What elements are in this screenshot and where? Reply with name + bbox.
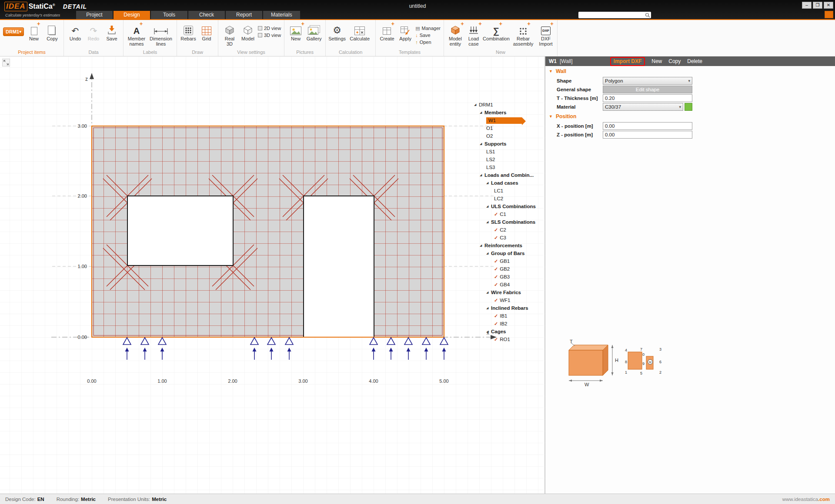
model-view-button[interactable]: Model bbox=[240, 22, 256, 41]
tree-item-ib2[interactable]: ✓IB2 bbox=[473, 320, 546, 328]
tree-item-ls2[interactable]: LS2 bbox=[473, 156, 546, 163]
new-combination-button[interactable]: ∑ Combination bbox=[484, 22, 509, 41]
help-button[interactable] bbox=[825, 11, 833, 18]
tree-item-gb4[interactable]: ✓GB4 bbox=[473, 281, 546, 288]
tree-item-ls3[interactable]: LS3 bbox=[473, 163, 546, 171]
tree-expander-icon[interactable]: ◢ bbox=[486, 205, 491, 208]
wall-section-header[interactable]: ▼ Wall bbox=[545, 66, 835, 76]
tree-item-ib1[interactable]: ✓IB1 bbox=[473, 312, 546, 320]
tree-expander-icon[interactable]: ◢ bbox=[480, 244, 484, 247]
project-item-selector[interactable]: DRM1▾ bbox=[3, 27, 24, 36]
tab-project[interactable]: Project bbox=[76, 11, 113, 19]
canvas-drawing[interactable]: z x bbox=[0, 56, 545, 494]
thickness-input[interactable]: 0.20 bbox=[603, 94, 692, 102]
tree-item-ls1[interactable]: LS1 bbox=[473, 148, 546, 156]
tree-item-load-cases[interactable]: ◢Load cases bbox=[473, 179, 546, 187]
apply-template-button[interactable]: Apply bbox=[397, 22, 414, 41]
dimension-lines-button[interactable]: Dimension lines bbox=[148, 22, 174, 47]
tree-expander-icon[interactable]: ◢ bbox=[486, 252, 491, 255]
tree-item-lc2[interactable]: LC2 bbox=[473, 195, 546, 202]
tree-item-loads-and-combin[interactable]: ◢Loads and Combin... bbox=[473, 171, 546, 179]
tab-materials[interactable]: Materials bbox=[263, 11, 300, 19]
tree-item-w1[interactable]: W1 bbox=[473, 116, 546, 124]
tab-report[interactable]: Report bbox=[226, 11, 262, 19]
tree-expander-icon[interactable]: ◢ bbox=[486, 291, 491, 294]
tree-item-gb3[interactable]: ✓GB3 bbox=[473, 273, 546, 281]
new-wall-button[interactable]: New bbox=[651, 58, 662, 64]
tree-item-gb2[interactable]: ✓GB2 bbox=[473, 265, 546, 273]
tree-item-c2[interactable]: ✓C2 bbox=[473, 226, 546, 234]
grid-toggle[interactable]: Grid bbox=[198, 22, 215, 41]
model-tree[interactable]: ◢DRM1◢MembersW1O1O2◢SupportsLS1LS2LS3◢Lo… bbox=[473, 101, 546, 343]
tree-item-gb1[interactable]: ✓GB1 bbox=[473, 257, 546, 265]
save-button[interactable]: Save bbox=[104, 22, 120, 41]
tree-expander-icon[interactable]: ◢ bbox=[480, 142, 484, 146]
x-position-input[interactable]: 0.00 bbox=[603, 122, 692, 130]
member-names-button[interactable]: A Member names bbox=[127, 22, 147, 47]
minimize-button[interactable]: – bbox=[802, 2, 812, 9]
tree-item-c1[interactable]: ✓C1 bbox=[473, 210, 546, 218]
tree-expander-icon[interactable]: ◢ bbox=[474, 103, 479, 106]
calculate-button[interactable]: Calculate bbox=[347, 22, 372, 41]
maximize-button[interactable]: ❐ bbox=[813, 2, 822, 9]
tree-item-inclined-rebars[interactable]: ◢Inclined Rebars bbox=[473, 304, 546, 312]
template-save-button[interactable]: ↓ Save bbox=[415, 33, 441, 38]
copy-wall-button[interactable]: Copy bbox=[668, 58, 681, 64]
tree-expander-icon[interactable]: ◢ bbox=[486, 330, 491, 333]
tree-item-sls-combinations[interactable]: ◢SLS Combinations bbox=[473, 218, 546, 226]
z-position-input[interactable]: 0.00 bbox=[603, 131, 692, 139]
gallery-button[interactable]: Gallery bbox=[306, 22, 322, 41]
tree-item-members[interactable]: ◢Members bbox=[473, 109, 546, 116]
tree-item-wire-fabrics[interactable]: ◢Wire Fabrics bbox=[473, 288, 546, 296]
new-picture-button[interactable]: New bbox=[287, 22, 304, 41]
zoom-extents-button[interactable] bbox=[2, 59, 10, 66]
tree-item-o1[interactable]: O1 bbox=[473, 124, 546, 132]
tab-check[interactable]: Check bbox=[188, 11, 225, 19]
tree-expander-icon[interactable]: ◢ bbox=[480, 111, 484, 114]
tab-tools[interactable]: Tools bbox=[151, 11, 187, 19]
real-3d-button[interactable]: Real 3D bbox=[221, 22, 238, 47]
new-load-case-button[interactable]: Load case bbox=[465, 22, 482, 47]
material-edit-button[interactable] bbox=[685, 103, 692, 111]
template-open-button[interactable]: ↑ Open bbox=[415, 40, 441, 45]
new-rebar-assembly-button[interactable]: Rebar assembly bbox=[511, 22, 536, 47]
tree-item-lc1[interactable]: LC1 bbox=[473, 187, 546, 195]
tree-item-cages[interactable]: ◢Cages bbox=[473, 328, 546, 335]
dxf-import-button[interactable]: DXF DXF Import bbox=[538, 22, 554, 47]
new-project-item-button[interactable]: New bbox=[26, 22, 42, 41]
view-2d-button[interactable]: 2D view bbox=[258, 26, 281, 31]
tree-item-ro1[interactable]: ✓RO1 bbox=[473, 335, 546, 343]
tree-item-reinforcements[interactable]: ◢Reinforcements bbox=[473, 242, 546, 249]
delete-wall-button[interactable]: Delete bbox=[687, 58, 702, 64]
opening-o1[interactable] bbox=[127, 196, 233, 265]
drawing-canvas[interactable]: z x bbox=[0, 56, 545, 494]
tree-expander-icon[interactable]: ◢ bbox=[480, 173, 484, 177]
material-dropdown[interactable]: C30/37 ▾ bbox=[603, 103, 683, 111]
undo-button[interactable]: ↶ Undo bbox=[67, 22, 84, 41]
edit-shape-button[interactable]: Edit shape bbox=[603, 86, 692, 93]
copy-project-item-button[interactable]: Copy bbox=[44, 22, 60, 41]
opening-o2[interactable] bbox=[304, 196, 374, 337]
search-input[interactable] bbox=[578, 12, 645, 18]
tab-design[interactable]: Design bbox=[114, 11, 150, 19]
close-button[interactable]: ✕ bbox=[824, 2, 833, 9]
view-3d-button[interactable]: 3D view bbox=[258, 33, 281, 38]
website-link[interactable]: www.ideastatica.com bbox=[782, 497, 830, 502]
tree-expander-icon[interactable]: ◢ bbox=[486, 220, 491, 224]
tree-expander-icon[interactable]: ◢ bbox=[486, 306, 491, 310]
tree-item-wf1[interactable]: ✓WF1 bbox=[473, 296, 546, 304]
tree-item-group-of-bars[interactable]: ◢Group of Bars bbox=[473, 249, 546, 257]
tree-expander-icon[interactable]: ◢ bbox=[486, 181, 491, 185]
tree-item-drm1[interactable]: ◢DRM1 bbox=[473, 101, 546, 109]
position-section-header[interactable]: ▼ Position bbox=[545, 111, 835, 122]
shape-dropdown[interactable]: Polygon ▾ bbox=[603, 77, 692, 85]
tree-item-o2[interactable]: O2 bbox=[473, 132, 546, 140]
create-template-button[interactable]: Create bbox=[379, 22, 395, 41]
template-manager-button[interactable]: ▤ Manager bbox=[415, 26, 441, 31]
import-dxf-button[interactable]: Import DXF bbox=[614, 58, 642, 64]
rebars-toggle[interactable]: Rebars bbox=[180, 22, 197, 41]
tree-item-supports[interactable]: ◢Supports bbox=[473, 140, 546, 148]
settings-button[interactable]: ⚙ Settings bbox=[329, 22, 345, 41]
new-model-entity-button[interactable]: Model entity bbox=[447, 22, 464, 47]
tree-item-c3[interactable]: ✓C3 bbox=[473, 234, 546, 242]
